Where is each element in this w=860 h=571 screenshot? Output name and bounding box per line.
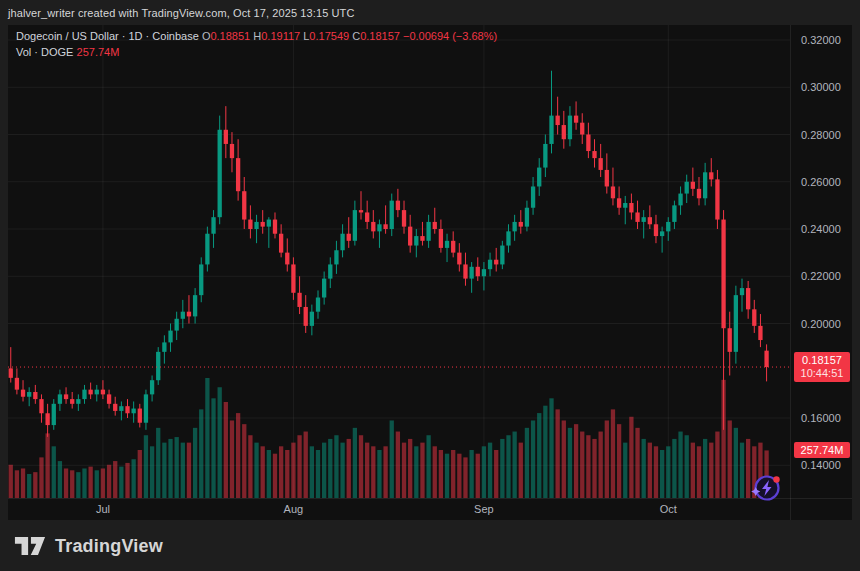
volume-bar: [703, 439, 707, 498]
volume-bar: [230, 420, 234, 498]
volume-bar: [371, 446, 375, 498]
volume-bar: [709, 443, 713, 498]
volume-bar: [512, 432, 516, 498]
volume-bar: [291, 443, 295, 498]
volume-bar: [248, 435, 252, 498]
candle-body: [599, 158, 603, 170]
volume-bar: [242, 424, 246, 498]
volume-bar: [433, 446, 437, 498]
tradingview-logo-text[interactable]: TradingView: [55, 536, 163, 557]
volume-bar: [27, 474, 31, 498]
volume-bar: [519, 443, 523, 498]
volume-bar: [648, 443, 652, 498]
candle-body: [420, 236, 424, 241]
volume-bar: [390, 420, 394, 498]
candle-body: [556, 116, 560, 125]
candle-body: [728, 328, 732, 352]
candle-body: [383, 224, 387, 229]
attribution-bar: jhalver_writer created with TradingView.…: [0, 0, 860, 25]
candle-body: [125, 406, 129, 413]
candle-body: [433, 222, 437, 229]
candle-body: [494, 260, 498, 265]
volume-bar: [420, 443, 424, 498]
candle-body: [617, 198, 621, 207]
legend-volume-row[interactable]: Vol · DOGE 257.74M: [16, 45, 497, 60]
candle-body: [334, 250, 338, 264]
candle-body: [82, 390, 86, 399]
candle-body: [500, 246, 504, 265]
candle-body: [752, 309, 756, 326]
volume-bar: [666, 446, 670, 498]
volume-bar: [58, 461, 62, 498]
volume-bar: [451, 450, 455, 498]
candle-body: [322, 279, 326, 298]
candle-body: [451, 241, 455, 253]
volume-bar: [21, 468, 25, 498]
candle-body: [224, 130, 228, 144]
volume-bar: [506, 435, 510, 498]
candle-body: [162, 342, 166, 351]
attribution-text: jhalver_writer created with TradingView.…: [0, 7, 354, 19]
candle-body: [261, 222, 265, 227]
candle-body: [592, 151, 596, 158]
volume-bar: [353, 428, 357, 498]
tradingview-logo-icon[interactable]: [14, 535, 46, 558]
volume-bar: [334, 435, 338, 498]
candle-body: [21, 390, 25, 397]
candle-body: [95, 390, 99, 395]
volume-bar: [15, 470, 19, 498]
volume-bar: [187, 443, 191, 498]
candle-body: [691, 182, 695, 189]
volume-bar: [328, 439, 332, 498]
candle-body: [218, 130, 222, 217]
candle-body: [101, 390, 105, 395]
candle-body: [33, 392, 37, 399]
volume-bar: [715, 432, 719, 498]
candle-body: [697, 189, 701, 198]
candle-body: [45, 413, 49, 425]
candle-body: [611, 186, 615, 198]
volume-bar: [39, 457, 43, 498]
open-value: 0.18851: [210, 30, 250, 42]
author-avatar-badge[interactable]: [750, 471, 784, 505]
volume-bar: [76, 472, 80, 498]
candle-body: [525, 208, 529, 227]
change-value: −0.00694 (−3.68%): [403, 30, 497, 42]
candle-body: [549, 116, 553, 144]
volume-bar: [408, 439, 412, 498]
legend-symbol-row[interactable]: Dogecoin / US Dollar · 1D · Coinbase O0.…: [16, 29, 497, 44]
candle-body: [297, 293, 301, 307]
volume-bar: [181, 443, 185, 498]
volume-bar: [476, 454, 480, 498]
candlestick-chart[interactable]: [8, 25, 852, 520]
candle-body: [132, 409, 136, 414]
candle-body: [150, 380, 154, 394]
time-axis[interactable]: JulAugSepOct: [8, 498, 852, 521]
candle-body: [660, 231, 664, 236]
candle-body: [482, 269, 486, 276]
chart-panel: Dogecoin / US Dollar · 1D · Coinbase O0.…: [8, 25, 852, 520]
volume-bar: [377, 450, 381, 498]
candle-body: [144, 394, 148, 422]
volume-bar: [586, 435, 590, 498]
candle-body: [328, 264, 332, 278]
candle-body: [758, 326, 762, 340]
month-label: Oct: [646, 503, 690, 515]
candle-body: [402, 210, 406, 227]
candle-body: [70, 399, 74, 404]
volume-bar: [697, 446, 701, 498]
volume-bar: [340, 443, 344, 498]
candle-body: [426, 222, 430, 241]
candle-body: [236, 158, 240, 191]
volume-bar: [310, 446, 314, 498]
candle-body: [531, 186, 535, 207]
price-tick-label: 0.28000: [801, 129, 841, 141]
volume-bar: [267, 450, 271, 498]
candle-body: [377, 224, 381, 231]
candle-body: [623, 203, 627, 208]
candle-body: [9, 368, 13, 377]
volume-bar: [199, 409, 203, 498]
volume-bar: [678, 432, 682, 498]
volume-bar: [488, 443, 492, 498]
price-axis[interactable]: 0.18157 10:44:51 257.74M 0.320000.300000…: [790, 25, 853, 520]
